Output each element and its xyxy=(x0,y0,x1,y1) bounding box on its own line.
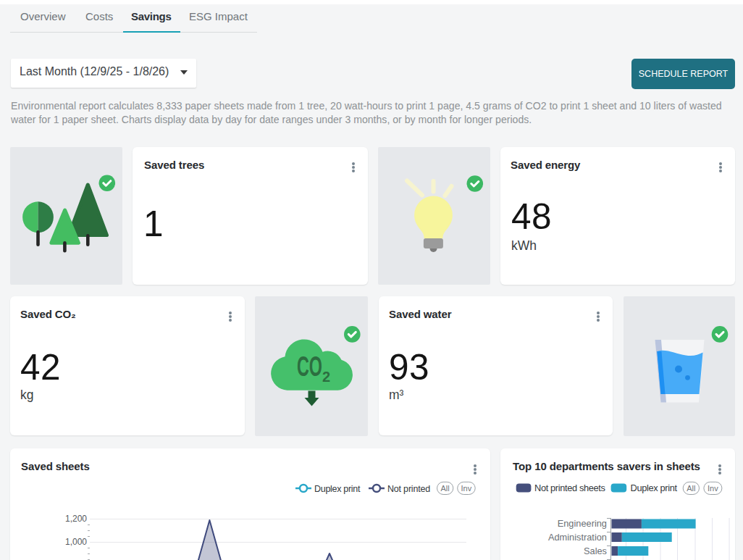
svg-text:Inv: Inv xyxy=(708,484,718,493)
svg-text:1,000: 1,000 xyxy=(65,537,87,547)
svg-text:Engineering: Engineering xyxy=(558,518,607,529)
svg-text:Not printed sheets: Not printed sheets xyxy=(534,482,605,493)
svg-text:1,200: 1,200 xyxy=(65,514,87,524)
svg-text:Not printed: Not printed xyxy=(387,484,430,494)
svg-text:Administration: Administration xyxy=(548,532,607,543)
svg-text:Duplex print: Duplex print xyxy=(314,484,361,494)
svg-text:Inv: Inv xyxy=(461,484,472,493)
svg-text:CO: CO xyxy=(297,351,322,382)
svg-text:2: 2 xyxy=(322,369,330,385)
svg-text:Sales: Sales xyxy=(584,546,607,556)
svg-text:Duplex print: Duplex print xyxy=(631,482,678,493)
svg-text:All: All xyxy=(687,484,695,493)
svg-text:All: All xyxy=(440,484,449,493)
